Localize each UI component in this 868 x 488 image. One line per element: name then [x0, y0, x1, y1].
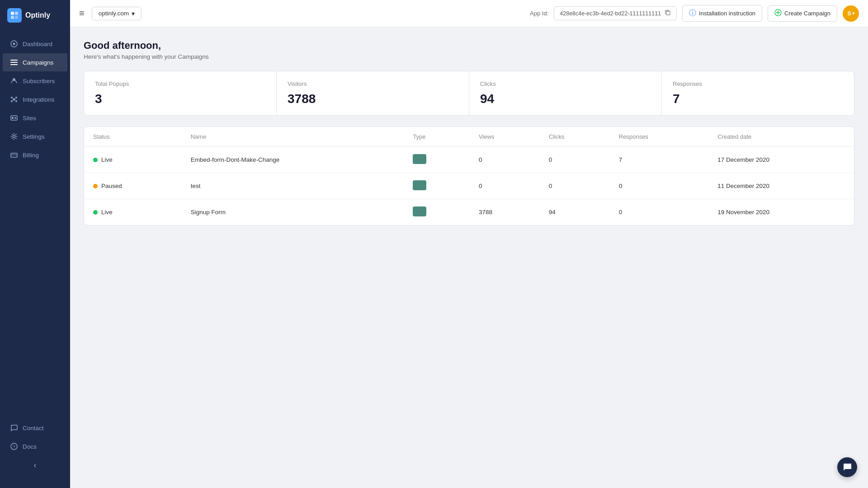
sidebar-collapse-button[interactable]: ‹	[0, 456, 70, 474]
billing-icon	[10, 151, 18, 159]
svg-point-11	[11, 97, 13, 99]
header: ≡ optinly.com ▾ App Id: 428e8c4e-ec3b-4e…	[70, 0, 868, 27]
cell-created-date-2: 19 November 2020	[708, 199, 854, 225]
table-row[interactable]: Live Signup Form 3788 94 0 19 November 2…	[84, 199, 854, 225]
svg-line-16	[15, 98, 16, 99]
main-area: ≡ optinly.com ▾ App Id: 428e8c4e-ec3b-4e…	[70, 0, 868, 488]
svg-rect-8	[10, 64, 18, 65]
col-created-date: Created date	[708, 127, 854, 147]
table-row[interactable]: Live Embed-form-Dont-Make-Change 0 0 7 1…	[84, 147, 854, 173]
docs-icon: ?	[10, 442, 18, 450]
install-icon: ⓘ	[689, 9, 696, 18]
stat-value-total-popups: 3	[95, 92, 263, 106]
installation-instruction-button[interactable]: ⓘ Installation instruction	[682, 5, 762, 22]
cell-name-1: test	[182, 173, 404, 199]
cell-views-2: 3788	[470, 199, 540, 225]
status-dot-0	[93, 158, 98, 162]
cell-name-2: Signup Form	[182, 199, 404, 225]
cell-type-0	[404, 147, 469, 173]
col-responses: Responses	[610, 127, 708, 147]
subscribers-icon	[10, 77, 18, 85]
type-icon-2	[413, 206, 426, 216]
sidebar-item-subscribers[interactable]: Subscribers	[3, 72, 67, 90]
create-plus-icon	[774, 9, 782, 18]
sidebar-item-dashboard-label: Dashboard	[23, 41, 52, 47]
status-dot-1	[93, 184, 98, 188]
sidebar-item-dashboard[interactable]: Dashboard	[3, 35, 67, 53]
sidebar-item-billing[interactable]: Billing	[3, 146, 67, 164]
svg-text:?: ?	[13, 445, 15, 449]
create-campaign-button[interactable]: Create Campaign	[768, 5, 837, 22]
sidebar-item-settings[interactable]: Settings	[3, 127, 67, 145]
domain-dropdown-icon: ▾	[132, 10, 135, 17]
main-content: Good afternoon, Here's what's happening …	[70, 27, 868, 488]
copy-icon[interactable]	[665, 9, 671, 17]
domain-selector[interactable]: optinly.com ▾	[92, 7, 142, 20]
chat-widget[interactable]	[837, 457, 857, 477]
col-type: Type	[404, 127, 469, 147]
status-text-2: Live	[101, 209, 113, 216]
stat-value-visitors: 3788	[288, 92, 455, 106]
sidebar-item-integrations[interactable]: Integrations	[3, 90, 67, 108]
svg-rect-20	[12, 117, 14, 119]
cell-clicks-2: 94	[540, 199, 610, 225]
status-text-0: Live	[101, 156, 113, 163]
svg-rect-3	[15, 16, 18, 19]
cell-status-1: Paused	[84, 173, 182, 199]
svg-point-23	[13, 136, 15, 138]
dashboard-icon	[10, 40, 18, 48]
stat-card-total-popups: Total Popups 3	[84, 71, 277, 116]
sidebar-bottom: Contact ? Docs ‹	[0, 413, 70, 488]
cell-type-2	[404, 199, 469, 225]
sidebar-item-billing-label: Billing	[23, 152, 39, 159]
campaigns-table-container: Status Name Type Views Clicks Responses …	[84, 127, 854, 225]
sidebar-item-sites-label: Sites	[23, 115, 36, 122]
svg-rect-21	[14, 117, 16, 118]
status-dot-2	[93, 210, 98, 215]
svg-rect-25	[11, 155, 17, 155]
cell-created-date-0: 17 December 2020	[708, 147, 854, 173]
svg-point-14	[15, 100, 17, 102]
col-name: Name	[182, 127, 404, 147]
integrations-icon	[10, 95, 18, 103]
stat-card-visitors: Visitors 3788	[277, 71, 469, 116]
stat-value-clicks: 94	[480, 92, 648, 106]
sidebar-item-campaigns[interactable]: Campaigns	[3, 53, 67, 71]
sidebar-item-subscribers-label: Subscribers	[23, 78, 55, 84]
stat-value-responses: 7	[673, 92, 840, 106]
install-btn-label: Installation instruction	[699, 10, 755, 17]
stat-label-responses: Responses	[673, 80, 840, 87]
cell-clicks-1: 0	[540, 173, 610, 199]
cell-views-1: 0	[470, 173, 540, 199]
collapse-icon: ‹	[34, 460, 37, 470]
campaigns-table: Status Name Type Views Clicks Responses …	[84, 127, 854, 225]
stat-label-clicks: Clicks	[480, 80, 648, 87]
sidebar-item-contact[interactable]: Contact	[3, 419, 67, 437]
svg-point-5	[13, 43, 15, 45]
svg-point-12	[15, 97, 17, 99]
sidebar-item-docs-label: Docs	[23, 443, 37, 450]
svg-rect-28	[666, 11, 670, 15]
table-row[interactable]: Paused test 0 0 0 11 December 2020	[84, 173, 854, 199]
logo-text: Optinly	[25, 11, 50, 19]
greeting-subtitle: Here's what's happening with your Campai…	[84, 53, 854, 60]
svg-rect-0	[11, 12, 14, 15]
contact-icon	[10, 424, 18, 432]
col-clicks: Clicks	[540, 127, 610, 147]
stat-label-visitors: Visitors	[288, 80, 455, 87]
sidebar-item-sites[interactable]: Sites	[3, 109, 67, 127]
svg-rect-1	[15, 12, 18, 15]
col-status: Status	[84, 127, 182, 147]
stat-card-clicks: Clicks 94	[469, 71, 662, 116]
create-btn-label: Create Campaign	[784, 10, 830, 17]
sidebar-item-campaigns-label: Campaigns	[23, 59, 53, 66]
svg-rect-7	[10, 62, 18, 63]
campaigns-icon	[10, 58, 18, 66]
svg-line-18	[15, 100, 16, 101]
user-avatar[interactable]: S ▾	[843, 5, 859, 22]
hamburger-icon[interactable]: ≡	[79, 8, 85, 19]
sidebar-item-docs[interactable]: ? Docs	[3, 437, 67, 455]
type-icon-0	[413, 154, 426, 164]
greeting-title: Good afternoon,	[84, 40, 854, 52]
app-id-label: App Id:	[530, 10, 548, 17]
